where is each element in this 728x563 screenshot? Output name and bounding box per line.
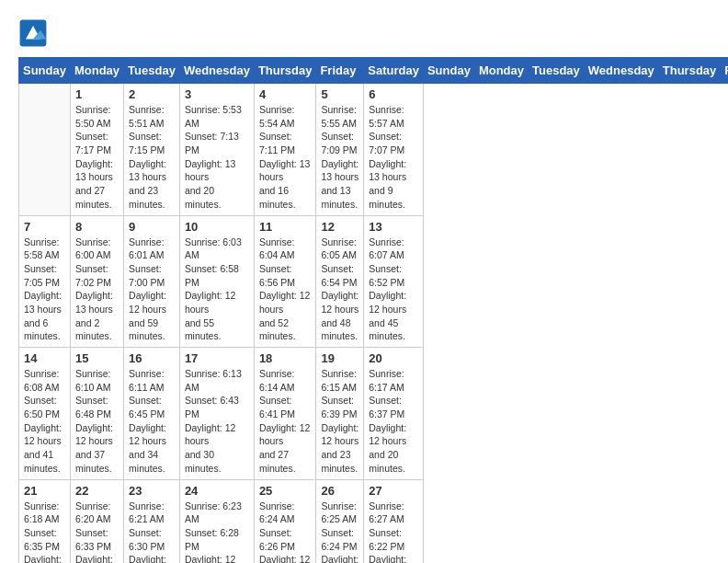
day-header-tuesday: Tuesday: [529, 58, 585, 84]
calendar-cell: 6Sunrise: 5:57 AM Sunset: 7:07 PM Daylig…: [364, 84, 424, 216]
day-number: 6: [369, 87, 418, 101]
day-info: Sunrise: 6:25 AM Sunset: 6:24 PM Dayligh…: [321, 500, 358, 564]
calendar-cell: 18Sunrise: 6:14 AM Sunset: 6:41 PM Dayli…: [254, 348, 316, 480]
day-number: 4: [259, 87, 312, 101]
day-number: 20: [369, 351, 418, 365]
day-info: Sunrise: 5:57 AM Sunset: 7:07 PM Dayligh…: [369, 103, 418, 212]
calendar-cell: 7Sunrise: 5:58 AM Sunset: 7:05 PM Daylig…: [19, 215, 71, 348]
calendar-cell: 1Sunrise: 5:50 AM Sunset: 7:17 PM Daylig…: [70, 84, 123, 216]
calendar-cell: 2Sunrise: 5:51 AM Sunset: 7:15 PM Daylig…: [124, 84, 180, 216]
day-number: 15: [75, 351, 119, 365]
calendar-week-3: 21Sunrise: 6:18 AM Sunset: 6:35 PM Dayli…: [19, 479, 729, 563]
calendar-cell: 9Sunrise: 6:01 AM Sunset: 7:00 PM Daylig…: [124, 215, 180, 348]
day-number: 9: [129, 220, 175, 234]
calendar-cell: 8Sunrise: 6:00 AM Sunset: 7:02 PM Daylig…: [70, 215, 123, 348]
day-number: 12: [321, 220, 358, 234]
day-info: Sunrise: 5:53 AM Sunset: 7:13 PM Dayligh…: [185, 103, 249, 212]
day-number: 10: [185, 220, 249, 234]
day-header-sunday: Sunday: [19, 58, 71, 84]
calendar-week-1: 7Sunrise: 5:58 AM Sunset: 7:05 PM Daylig…: [19, 215, 729, 348]
day-info: Sunrise: 6:00 AM Sunset: 7:02 PM Dayligh…: [75, 236, 119, 344]
day-header-tuesday: Tuesday: [124, 58, 180, 84]
calendar-cell: 12Sunrise: 6:05 AM Sunset: 6:54 PM Dayli…: [316, 215, 364, 348]
day-number: 11: [259, 220, 312, 234]
day-info: Sunrise: 6:04 AM Sunset: 6:56 PM Dayligh…: [259, 236, 312, 344]
calendar-cell: 23Sunrise: 6:21 AM Sunset: 6:30 PM Dayli…: [124, 479, 180, 563]
calendar-cell: 27Sunrise: 6:27 AM Sunset: 6:22 PM Dayli…: [364, 479, 424, 563]
day-header-wednesday: Wednesday: [179, 58, 254, 84]
day-header-wednesday: Wednesday: [584, 58, 658, 84]
calendar-header-row: SundayMondayTuesdayWednesdayThursdayFrid…: [19, 58, 729, 84]
day-info: Sunrise: 6:24 AM Sunset: 6:26 PM Dayligh…: [259, 500, 312, 564]
day-number: 1: [75, 87, 119, 101]
day-info: Sunrise: 6:27 AM Sunset: 6:22 PM Dayligh…: [369, 500, 418, 564]
day-number: 5: [321, 87, 358, 101]
calendar-cell: 22Sunrise: 6:20 AM Sunset: 6:33 PM Dayli…: [70, 479, 123, 563]
calendar-week-2: 14Sunrise: 6:08 AM Sunset: 6:50 PM Dayli…: [19, 348, 729, 480]
day-number: 21: [24, 484, 65, 498]
day-info: Sunrise: 6:10 AM Sunset: 6:48 PM Dayligh…: [75, 367, 119, 476]
calendar-table: SundayMondayTuesdayWednesdayThursdayFrid…: [18, 57, 728, 563]
day-number: 25: [259, 484, 312, 498]
logo-icon: [18, 18, 48, 48]
calendar-cell: 24Sunrise: 6:23 AM Sunset: 6:28 PM Dayli…: [179, 479, 254, 563]
day-number: 22: [75, 484, 119, 498]
day-info: Sunrise: 6:11 AM Sunset: 6:45 PM Dayligh…: [129, 367, 175, 476]
day-number: 13: [369, 220, 418, 234]
day-number: 26: [321, 484, 358, 498]
day-number: 2: [129, 87, 175, 101]
day-info: Sunrise: 6:01 AM Sunset: 7:00 PM Dayligh…: [129, 236, 175, 344]
day-header-saturday: Saturday: [364, 58, 424, 84]
day-number: 27: [369, 484, 418, 498]
logo: [18, 18, 51, 48]
day-info: Sunrise: 6:15 AM Sunset: 6:39 PM Dayligh…: [321, 367, 358, 476]
day-info: Sunrise: 6:05 AM Sunset: 6:54 PM Dayligh…: [321, 236, 358, 344]
day-number: 18: [259, 351, 312, 365]
calendar-week-0: 1Sunrise: 5:50 AM Sunset: 7:17 PM Daylig…: [19, 84, 729, 216]
day-header-thursday: Thursday: [658, 58, 721, 84]
day-info: Sunrise: 6:21 AM Sunset: 6:30 PM Dayligh…: [129, 500, 175, 564]
calendar-cell: 3Sunrise: 5:53 AM Sunset: 7:13 PM Daylig…: [179, 84, 254, 216]
calendar-cell: 14Sunrise: 6:08 AM Sunset: 6:50 PM Dayli…: [19, 348, 71, 480]
day-info: Sunrise: 6:17 AM Sunset: 6:37 PM Dayligh…: [369, 367, 418, 476]
calendar-cell: 16Sunrise: 6:11 AM Sunset: 6:45 PM Dayli…: [124, 348, 180, 480]
calendar-cell: 15Sunrise: 6:10 AM Sunset: 6:48 PM Dayli…: [70, 348, 123, 480]
day-header-friday: Friday: [721, 58, 728, 84]
day-info: Sunrise: 6:03 AM Sunset: 6:58 PM Dayligh…: [185, 236, 249, 344]
day-header-monday: Monday: [70, 58, 123, 84]
day-info: Sunrise: 5:50 AM Sunset: 7:17 PM Dayligh…: [75, 103, 119, 212]
day-number: 16: [129, 351, 175, 365]
day-number: 19: [321, 351, 358, 365]
day-info: Sunrise: 5:54 AM Sunset: 7:11 PM Dayligh…: [259, 103, 312, 212]
day-header-monday: Monday: [474, 58, 528, 84]
calendar-cell: [19, 84, 71, 216]
calendar-cell: 26Sunrise: 6:25 AM Sunset: 6:24 PM Dayli…: [316, 479, 364, 563]
day-header-friday: Friday: [316, 58, 364, 84]
calendar-cell: 11Sunrise: 6:04 AM Sunset: 6:56 PM Dayli…: [254, 215, 316, 348]
day-number: 24: [185, 484, 249, 498]
day-info: Sunrise: 6:13 AM Sunset: 6:43 PM Dayligh…: [185, 367, 249, 476]
day-info: Sunrise: 6:20 AM Sunset: 6:33 PM Dayligh…: [75, 500, 119, 564]
day-info: Sunrise: 5:58 AM Sunset: 7:05 PM Dayligh…: [24, 236, 65, 344]
calendar-cell: 19Sunrise: 6:15 AM Sunset: 6:39 PM Dayli…: [316, 348, 364, 480]
calendar-cell: 4Sunrise: 5:54 AM Sunset: 7:11 PM Daylig…: [254, 84, 316, 216]
calendar-cell: 17Sunrise: 6:13 AM Sunset: 6:43 PM Dayli…: [179, 348, 254, 480]
day-info: Sunrise: 5:55 AM Sunset: 7:09 PM Dayligh…: [321, 103, 358, 212]
day-info: Sunrise: 6:14 AM Sunset: 6:41 PM Dayligh…: [259, 367, 312, 476]
calendar-cell: 25Sunrise: 6:24 AM Sunset: 6:26 PM Dayli…: [254, 479, 316, 563]
calendar-cell: 21Sunrise: 6:18 AM Sunset: 6:35 PM Dayli…: [19, 479, 71, 563]
day-number: 7: [24, 220, 65, 234]
day-info: Sunrise: 6:08 AM Sunset: 6:50 PM Dayligh…: [24, 367, 65, 476]
calendar-cell: 10Sunrise: 6:03 AM Sunset: 6:58 PM Dayli…: [179, 215, 254, 348]
day-header-sunday: Sunday: [423, 58, 474, 84]
day-info: Sunrise: 6:07 AM Sunset: 6:52 PM Dayligh…: [369, 236, 418, 344]
day-header-thursday: Thursday: [254, 58, 316, 84]
page-header: [18, 18, 710, 48]
day-number: 3: [185, 87, 249, 101]
day-number: 8: [75, 220, 119, 234]
day-number: 14: [24, 351, 65, 365]
day-number: 23: [129, 484, 175, 498]
calendar-cell: 13Sunrise: 6:07 AM Sunset: 6:52 PM Dayli…: [364, 215, 424, 348]
day-info: Sunrise: 6:18 AM Sunset: 6:35 PM Dayligh…: [24, 500, 65, 564]
calendar-cell: 5Sunrise: 5:55 AM Sunset: 7:09 PM Daylig…: [316, 84, 364, 216]
